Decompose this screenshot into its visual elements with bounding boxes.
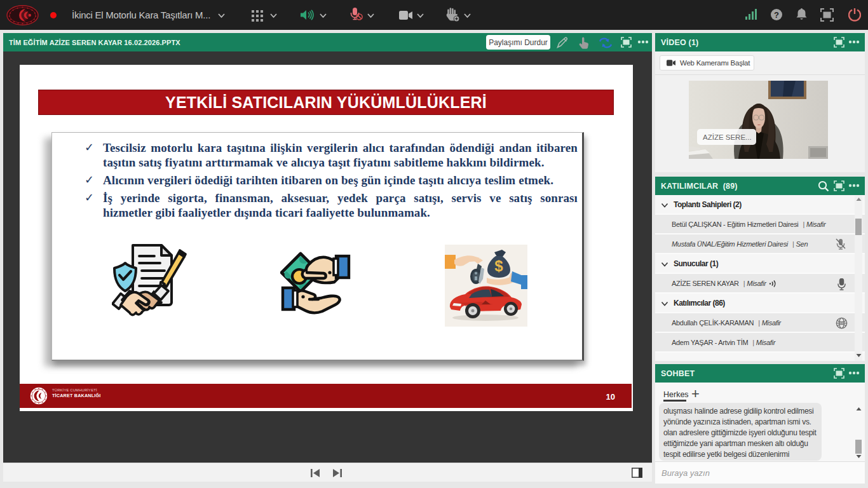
svg-text:AZİZE SERE...: AZİZE SERE... <box>703 133 752 141</box>
svg-text:?: ? <box>774 10 779 20</box>
svg-text:$: $ <box>494 257 503 274</box>
